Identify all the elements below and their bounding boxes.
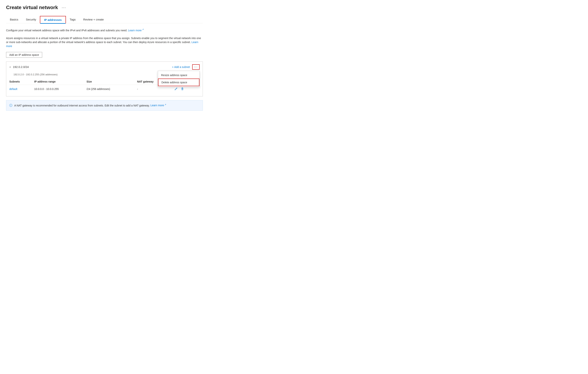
- add-subnet-label: + Add a subnet: [172, 65, 190, 69]
- learn-more-link-1[interactable]: Learn more↗: [128, 29, 144, 32]
- page-title-row: Create virtual network ···: [6, 5, 203, 10]
- info-bar: ⓘ A NAT gateway is recommended for outbo…: [6, 100, 203, 111]
- context-menu-resize[interactable]: Resize address space: [158, 72, 200, 79]
- description-2-text: Azure assigns resources in a virtual net…: [6, 37, 201, 44]
- info-bar-learn-more-text: Learn more: [150, 104, 164, 107]
- info-bar-text: A NAT gateway is recommended for outboun…: [14, 103, 200, 108]
- subnet-name-link[interactable]: default: [9, 88, 17, 91]
- add-space-btn-label: Add an IP address space: [9, 53, 39, 56]
- subnet-ip-range-cell: 10.0.0.0 - 10.0.0.255: [34, 85, 86, 93]
- address-space-header-left: ∧ 192.0.2.0/24: [9, 65, 29, 69]
- tab-basics[interactable]: Basics: [6, 16, 22, 23]
- edit-subnet-button[interactable]: [174, 87, 178, 91]
- address-space-header: ∧ 192.0.2.0/24 + Add a subnet ··· Resize…: [6, 62, 203, 72]
- description-1: Configure your virtual network address s…: [6, 28, 203, 32]
- actions-group: [174, 87, 197, 91]
- tab-security[interactable]: Security: [22, 16, 40, 23]
- info-bar-ext-icon: ↗: [165, 103, 166, 106]
- ext-link-icon-1: ↗: [142, 28, 144, 30]
- description-2: Azure assigns resources in a virtual net…: [6, 36, 203, 48]
- info-bar-main-text: A NAT gateway is recommended for outboun…: [14, 104, 150, 107]
- address-space-card: ∧ 192.0.2.0/24 + Add a subnet ··· Resize…: [6, 61, 203, 96]
- info-icon: ⓘ: [9, 103, 12, 108]
- address-space-cidr: 192.0.2.0/24: [13, 65, 29, 69]
- subnet-size-cell: /24 (256 addresses): [86, 85, 137, 93]
- subnet-name-cell: default: [9, 85, 34, 93]
- tab-review-create[interactable]: Review + create: [79, 16, 107, 23]
- address-space-header-right: + Add a subnet ··· Resize address space …: [172, 64, 200, 70]
- delete-subnet-button[interactable]: [180, 87, 185, 91]
- more-options-button[interactable]: ···: [192, 64, 200, 70]
- add-subnet-button[interactable]: + Add a subnet: [172, 65, 190, 69]
- page-ellipsis-button[interactable]: ···: [60, 5, 68, 10]
- tabs-bar: Basics Security IP addresses Tags Review…: [6, 16, 203, 23]
- col-header-size: Size: [86, 79, 137, 85]
- col-header-subnets: Subnets: [9, 79, 34, 85]
- info-bar-learn-more-link[interactable]: Learn more↗: [150, 104, 166, 107]
- context-menu-delete[interactable]: Delete address space: [158, 79, 200, 86]
- page-title: Create virtual network: [6, 5, 58, 10]
- range-info-text: 192.0.2.0 - 192.0.2.255 (256 addresses): [13, 73, 58, 76]
- tab-ip-addresses[interactable]: IP addresses: [40, 16, 66, 23]
- tab-tags[interactable]: Tags: [66, 16, 80, 23]
- col-header-ip-range: IP address range: [34, 79, 86, 85]
- trash-icon: [181, 88, 184, 91]
- pencil-icon: [174, 88, 177, 91]
- add-ip-address-space-button[interactable]: Add an IP address space: [6, 52, 42, 58]
- chevron-icon: ∧: [9, 66, 11, 68]
- context-menu: Resize address space Delete address spac…: [158, 71, 200, 87]
- description-1-text: Configure your virtual network address s…: [6, 29, 127, 32]
